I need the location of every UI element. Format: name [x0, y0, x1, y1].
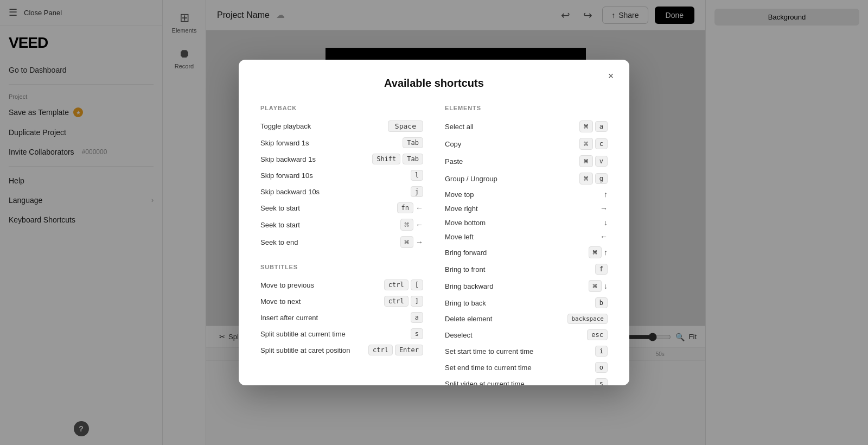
ctrl-key2: ctrl [384, 296, 409, 307]
shortcut-set-end-time: Set end time to current time o [445, 359, 608, 376]
shortcut-skip-backward-1s: Skip backward 1s Shift Tab [260, 151, 423, 167]
shortcut-group: Group / Ungroup ⌘ g [445, 170, 608, 187]
b-key: b [595, 297, 608, 308]
shortcut-label: Set end time to current time [445, 364, 532, 372]
i-key: i [595, 346, 608, 357]
fn-key: fn [397, 202, 413, 213]
shortcut-bring-forward: Bring forward ⌘ ↑ [445, 244, 608, 261]
shortcut-keys: i [595, 346, 608, 357]
right-shortcuts-column: ELEMENTS Select all ⌘ a Copy ⌘ [445, 105, 608, 385]
shortcuts-modal: × Available shortcuts PLAYBACK Toggle pl… [239, 60, 629, 385]
shortcut-label: Move left [445, 233, 474, 241]
shift-key: Shift [372, 154, 400, 164]
cmd-key2: ⌘ [579, 138, 592, 150]
up-arrow2: ↑ [604, 248, 608, 257]
shortcut-bring-back: Bring to back b [445, 295, 608, 311]
shortcut-insert-after: Insert after current a [260, 309, 423, 326]
shortcut-paste: Paste ⌘ v [445, 152, 608, 170]
shortcut-toggle-playback: Toggle playback Space [260, 118, 423, 135]
shortcut-keys: ← [600, 232, 608, 241]
shortcut-set-start-time: Set start time to current time i [445, 343, 608, 359]
shortcut-move-top: Move top ↑ [445, 187, 608, 201]
s-key2: s [595, 378, 608, 385]
shortcut-seek-start-cmd: Seek to start ⌘ ← [260, 216, 423, 233]
elements-section: ELEMENTS Select all ⌘ a Copy ⌘ [445, 105, 608, 385]
shortcut-move-right: Move right → [445, 201, 608, 215]
shortcut-label: Bring forward [445, 249, 487, 257]
v-key: v [595, 156, 608, 167]
s-key: s [411, 328, 423, 339]
shortcut-keys: s [411, 328, 423, 339]
shortcut-label: Toggle playback [260, 122, 311, 130]
shortcut-label: Deselect [445, 331, 473, 339]
modal-title: Available shortcuts [260, 77, 608, 90]
shortcut-label: Move top [445, 190, 474, 199]
shortcut-deselect: Deselect esc [445, 327, 608, 343]
shortcut-delete: Delete element backspace [445, 311, 608, 327]
shortcut-keys: j [411, 186, 423, 197]
shortcut-label: Split subtitle at caret position [260, 346, 350, 354]
o-key: o [595, 362, 608, 373]
shortcut-keys: ctrl ] [384, 296, 423, 307]
up-arrow: ↑ [604, 190, 608, 199]
shortcut-skip-forward-1s: Skip forward 1s Tab [260, 135, 423, 151]
shortcut-keys: b [595, 297, 608, 308]
shortcut-split-subtitle-caret: Split subtitle at caret position ctrl En… [260, 342, 423, 358]
shortcut-move-bottom: Move bottom ↓ [445, 215, 608, 230]
shortcut-bring-front: Bring to front f [445, 261, 608, 277]
shortcut-keys: backspace [567, 314, 608, 324]
j-key: j [411, 186, 423, 197]
shortcut-label: Seek to start [260, 221, 300, 229]
shortcut-keys: ⌘ → [400, 236, 423, 248]
shortcut-keys: ctrl Enter [368, 345, 423, 355]
bracket-right-key: ] [411, 296, 423, 307]
shortcut-skip-backward-10s: Skip backward 10s j [260, 183, 423, 200]
shortcut-label: Move to previous [260, 281, 314, 289]
modal-close-button[interactable]: × [603, 68, 618, 84]
shortcut-move-previous: Move to previous ctrl [ [260, 277, 423, 293]
shortcut-keys: l [411, 170, 423, 181]
space-key: Space [388, 120, 423, 132]
shortcut-keys: Shift Tab [372, 154, 423, 164]
cmd-key: ⌘ [400, 219, 413, 231]
shortcut-label: Select all [445, 123, 474, 131]
shortcut-keys: Space [388, 120, 423, 132]
left-arrow: ← [416, 204, 423, 212]
shortcut-keys: s [595, 378, 608, 385]
shortcut-select-all: Select all ⌘ a [445, 118, 608, 135]
shortcut-keys: fn ← [397, 202, 423, 213]
right-arrow2: → [600, 204, 608, 213]
shortcut-keys: ↓ [604, 218, 608, 227]
down-arrow2: ↓ [604, 282, 608, 290]
cmd-key: ⌘ [579, 120, 592, 132]
shortcut-keys: ⌘ a [579, 120, 608, 132]
cmd-key5: ⌘ [589, 246, 602, 258]
shortcut-keys: Tab [403, 137, 423, 148]
subtitles-section: SUBTITLES Move to previous ctrl [ Move t… [260, 264, 423, 358]
playback-section: PLAYBACK Toggle playback Space Skip forw… [260, 105, 423, 251]
shortcut-keys: ⌘ ↑ [589, 246, 608, 258]
tab-key: Tab [403, 137, 423, 148]
a-key: a [411, 312, 423, 323]
shortcut-keys: o [595, 362, 608, 373]
shortcut-bring-backward: Bring backward ⌘ ↓ [445, 277, 608, 295]
shortcut-label: Skip forward 10s [260, 171, 313, 180]
shortcuts-grid: PLAYBACK Toggle playback Space Skip forw… [260, 105, 608, 385]
shortcut-move-left: Move left ← [445, 230, 608, 244]
shortcut-label: Paste [445, 157, 463, 166]
shortcut-keys: ⌘ g [579, 173, 608, 185]
shortcut-keys: ⌘ c [579, 138, 608, 150]
shortcut-keys: esc [587, 329, 608, 340]
esc-key: esc [587, 329, 608, 340]
shortcut-label: Group / Ungroup [445, 175, 497, 183]
shortcut-keys: ⌘ ← [400, 219, 423, 231]
c-key: c [595, 138, 608, 149]
editor-root: ☰ Close Panel VEED Go to Dashboard Proje… [0, 0, 868, 445]
shortcut-seek-start-fn: Seek to start fn ← [260, 200, 423, 216]
g-key: g [595, 173, 608, 184]
shortcut-split-video: Split video at current time s [445, 376, 608, 385]
backspace-key: backspace [567, 314, 608, 324]
elements-section-title: ELEMENTS [445, 105, 608, 111]
shortcut-label: Insert after current [260, 314, 318, 322]
cmd-key4: ⌘ [579, 173, 592, 185]
